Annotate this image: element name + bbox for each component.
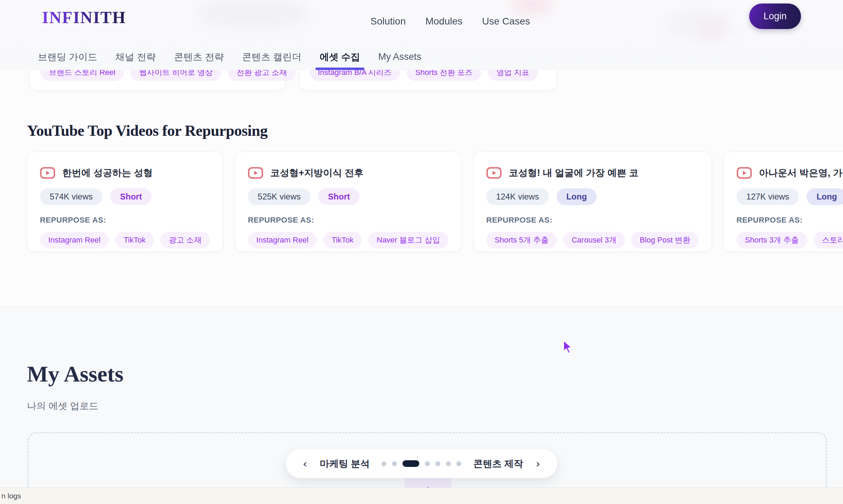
- repurpose-label: REPURPOSE AS:: [248, 216, 448, 225]
- video-title: 한번에 성공하는 성형: [62, 167, 153, 179]
- tab-asset-collection[interactable]: 에셋 수집: [320, 44, 360, 70]
- nav-item-use-cases[interactable]: Use Cases: [482, 16, 530, 27]
- repurpose-tag[interactable]: TikTok: [115, 232, 154, 248]
- youtube-play-icon: [248, 167, 263, 179]
- my-assets-title: My Assets: [27, 361, 124, 387]
- my-assets-subtitle: 나의 에셋 업로드: [27, 400, 98, 412]
- page: 브랜드 스토리 Reel 웹사이트 히어로 영상 전환 광고 소재 Instag…: [0, 0, 843, 504]
- repurpose-tag[interactable]: Instagram Reel: [40, 232, 109, 248]
- video-title: 코성형+지방이식 전후: [270, 167, 363, 179]
- chevron-right-icon[interactable]: ›: [535, 458, 541, 469]
- youtube-play-icon: [486, 167, 502, 179]
- video-title: 아나운서 박은영, 가슴 할 결심: [759, 167, 843, 179]
- views-badge: 127K views: [737, 188, 799, 205]
- views-badge: 525K views: [248, 188, 311, 205]
- carousel-dot[interactable]: [425, 461, 430, 466]
- nav-item-modules[interactable]: Modules: [425, 16, 462, 27]
- header-blur-blob: [196, 0, 312, 28]
- tab-content-strategy[interactable]: 콘텐츠 전략: [174, 44, 224, 70]
- video-type-badge: Long: [557, 188, 597, 205]
- site-header: INFINITH Solution Modules Use Cases Logi…: [0, 0, 843, 70]
- status-bar-text: n logs: [1, 492, 21, 500]
- carousel-dot[interactable]: [446, 461, 451, 466]
- carousel-prev-label[interactable]: 마케팅 분석: [320, 457, 370, 470]
- module-tabs: 브랜딩 가이드 채널 전략 콘텐츠 전략 콘텐츠 캘린더 에셋 수집 My As…: [38, 44, 422, 70]
- tab-content-calendar[interactable]: 콘텐츠 캘린더: [242, 44, 302, 70]
- video-card[interactable]: 코성형+지방이식 전후 525K views Short REPURPOSE A…: [235, 152, 461, 252]
- video-type-badge: Short: [318, 188, 360, 205]
- repurpose-tag[interactable]: Naver 블로그 삽입: [368, 232, 448, 248]
- repurpose-tag[interactable]: Carousel 3개: [563, 232, 625, 248]
- carousel-next-label[interactable]: 콘텐츠 제작: [473, 457, 523, 470]
- repurpose-label: REPURPOSE AS:: [737, 216, 843, 225]
- brand-logo[interactable]: INFINITH: [42, 8, 126, 27]
- carousel-dot[interactable]: [436, 461, 440, 466]
- main-nav: Solution Modules Use Cases: [370, 0, 530, 43]
- module-carousel-nav: ‹ 마케팅 분석 콘텐츠 제작 ›: [286, 449, 557, 478]
- carousel-dot-active[interactable]: [403, 460, 419, 467]
- repurpose-tag[interactable]: Shorts 3개 추출: [737, 232, 807, 248]
- youtube-play-icon: [40, 167, 55, 179]
- carousel-dot[interactable]: [382, 461, 386, 466]
- tab-my-assets[interactable]: My Assets: [378, 44, 422, 70]
- repurpose-label: REPURPOSE AS:: [40, 216, 210, 225]
- carousel-dot[interactable]: [392, 461, 397, 466]
- video-card[interactable]: 코성형! 내 얼굴에 가장 예쁜 코 124K views Long REPUR…: [473, 152, 712, 252]
- repurpose-tag[interactable]: Shorts 5개 추출: [486, 232, 557, 248]
- carousel-dot[interactable]: [457, 461, 461, 466]
- repurpose-tag[interactable]: 광고 소재: [160, 232, 210, 248]
- chevron-left-icon[interactable]: ‹: [302, 458, 308, 469]
- repurpose-tag[interactable]: 스토리 시리즈: [814, 232, 843, 248]
- header-blur-blob: [697, 19, 728, 40]
- login-button[interactable]: Login: [749, 4, 801, 29]
- repurpose-tag[interactable]: Blog Post 변환: [631, 232, 698, 248]
- repurpose-tag[interactable]: Instagram Reel: [248, 232, 317, 248]
- views-badge: 124K views: [486, 188, 549, 205]
- video-card[interactable]: 한번에 성공하는 성형 574K views Short REPURPOSE A…: [27, 152, 223, 252]
- carousel-dots: [382, 460, 461, 467]
- cursor-pointer-icon: [560, 338, 577, 358]
- section-title-youtube-repurposing: YouTube Top Videos for Repurposing: [27, 122, 267, 140]
- tab-branding-guide[interactable]: 브랜딩 가이드: [38, 44, 97, 70]
- video-title: 코성형! 내 얼굴에 가장 예쁜 코: [509, 167, 639, 179]
- video-card[interactable]: 아나운서 박은영, 가슴 할 결심 127K views Long REPURP…: [724, 152, 843, 252]
- video-type-badge: Short: [110, 188, 152, 205]
- views-badge: 574K views: [40, 188, 103, 205]
- video-card-row: 한번에 성공하는 성형 574K views Short REPURPOSE A…: [27, 152, 816, 252]
- repurpose-tag[interactable]: TikTok: [323, 232, 362, 248]
- repurpose-label: REPURPOSE AS:: [486, 216, 699, 225]
- youtube-play-icon: [737, 167, 752, 179]
- tab-channel-strategy[interactable]: 채널 전략: [116, 44, 156, 70]
- video-type-badge: Long: [807, 188, 843, 205]
- nav-item-solution[interactable]: Solution: [370, 16, 406, 27]
- browser-status-bar: n logs: [0, 488, 843, 504]
